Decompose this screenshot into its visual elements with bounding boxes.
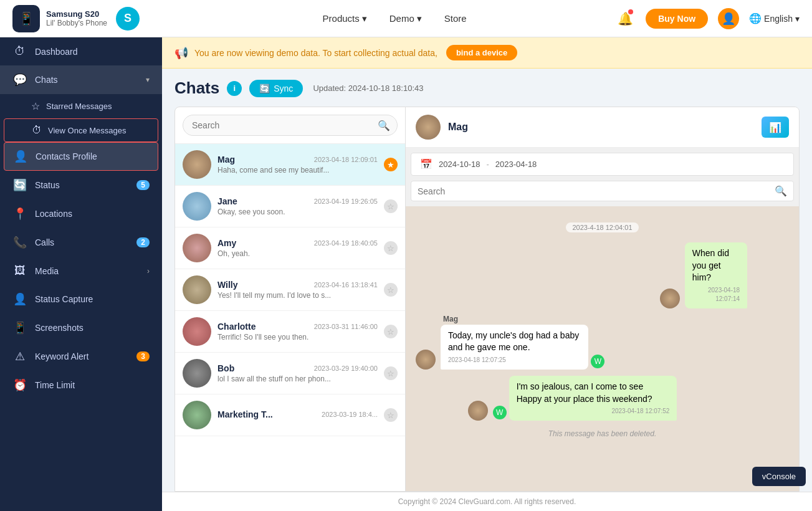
chat-star-charlotte: ☆ [384,325,398,338]
chat-name-marketing: Marketing T... [217,409,273,419]
sidebar-item-viewonce[interactable]: ⏱ View Once Messages [4,118,158,142]
chat-star-marketing: ☆ [384,408,398,422]
sidebar-label-contacts: Contacts Profile [36,151,149,161]
chat-search-input[interactable] [183,115,398,136]
msg-bubble-wrapper-sent-2: I'm so jealous, can I come to see Happy … [509,376,789,421]
messages-container[interactable]: 2023-4-18 12:04:01 When did you get him?… [406,206,799,491]
msg-bubble-received-1: Today, my uncle's dog had a baby and he … [441,325,588,370]
chat-time-charlotte: 2023-03-31 11:46:00 [314,323,378,330]
contacts-icon: 👤 [13,150,28,163]
nav-demo-chevron: ▾ [417,13,422,24]
vconsole-button[interactable]: vConsole [752,467,806,486]
locations-icon: 📍 [12,207,27,221]
chat-name-row-bob: Bob 2023-03-29 19:40:00 [217,363,378,373]
date-to: 2023-04-18 [495,160,537,169]
chat-name-row-willy: Willy 2023-04-16 13:18:41 [217,280,378,290]
chat-name-row-amy: Amy 2023-04-19 18:40:05 [217,238,378,248]
chat-info-charlotte: Charlotte 2023-03-31 11:46:00 Terrific! … [217,322,378,341]
notification-bell[interactable]: 🔔 [614,8,636,29]
sidebar-label-keyword-alert: Keyword Alert [35,351,129,361]
buy-now-button[interactable]: Buy Now [646,9,708,29]
nav-products[interactable]: Products ▾ [323,13,367,24]
footer-text: Copyright © 2024 ClevGuard.com. All righ… [398,497,576,506]
sidebar-item-screenshots[interactable]: 📱 Screenshots [0,313,162,342]
sync-button[interactable]: 🔄 Sync [249,80,303,97]
msg-date-label: 2023-4-18 12:04:01 [566,222,638,232]
chat-item-bob[interactable]: Bob 2023-03-29 19:40:00 lol I saw all th… [175,353,405,394]
brand-icon: 📱 [12,5,40,32]
lang-label: English [764,14,793,24]
nav-demo[interactable]: Demo ▾ [389,13,422,24]
msg-text-sent-1: When did you get him? [692,248,729,282]
chat-name-willy: Willy [217,280,238,290]
nav-store-label: Store [444,13,467,24]
brand-device: Samsung S20 [46,9,107,19]
starred-icon: ☆ [31,100,40,112]
updated-text: Updated: 2024-10-18 18:10:43 [313,84,423,93]
sidebar-label-calls: Calls [35,237,129,247]
received-sender-1: Mag [441,315,687,323]
chat-item-marketing[interactable]: Marketing T... 2023-03-19 18:4... ☆ [175,394,405,436]
chat-star-willy: ☆ [384,283,398,297]
sidebar-label-chats: Chats [35,75,138,85]
chat-item-jane[interactable]: Jane 2023-04-19 19:26:05 Okay, see you s… [175,186,405,227]
sidebar-item-chats[interactable]: 💬 Chats ▾ [0,65,162,94]
sidebar-item-locations[interactable]: 📍 Locations [0,199,162,228]
status-badge: 5 [136,180,150,190]
sidebar-label-locations: Locations [35,209,150,219]
chat-avatar-willy [183,275,211,304]
chat-star-jane: ☆ [384,199,398,213]
sidebar-item-dashboard[interactable]: ⏱ Dashboard [0,37,162,65]
chat-name-jane: Jane [217,196,237,206]
footer: Copyright © 2024 ClevGuard.com. All righ… [162,492,812,511]
chat-name-mag: Mag [217,155,235,165]
msg-date-center: 2023-4-18 12:04:01 [416,217,789,237]
search-icon: 🔍 [378,120,390,131]
chat-preview-amy: Oh, yeah. [217,249,378,258]
chat-name-charlotte: Charlotte [217,322,256,332]
sidebar-item-calls[interactable]: 📞 Calls 2 [0,228,162,257]
chart-icon-button[interactable]: 📊 [762,117,789,138]
sidebar-item-status[interactable]: 🔄 Status 5 [0,171,162,199]
chat-preview-bob: lol I saw all the stuff on her phon... [217,375,378,383]
sidebar-item-status-capture[interactable]: 👤 Status Capture [0,285,162,313]
calendar-icon: 📅 [420,158,432,170]
info-icon[interactable]: i [227,81,242,96]
chats-panel: 🔍 Mag 2023-04-18 12:09:01 [174,107,800,492]
sidebar-item-contacts[interactable]: 👤 Contacts Profile [4,142,158,171]
sidebar-item-time-limit[interactable]: ⏰ Time Limit [0,371,162,399]
chat-item-willy[interactable]: Willy 2023-04-16 13:18:41 Yes! I'll tell… [175,269,405,311]
chat-item-charlotte[interactable]: Charlotte 2023-03-31 11:46:00 Terrific! … [175,311,405,353]
nav-brand-avatar[interactable]: S [116,7,140,31]
chat-item-mag[interactable]: Mag 2023-04-18 12:09:01 Haha, come and s… [175,144,405,186]
chat-item-amy[interactable]: Amy 2023-04-19 18:40:05 Oh, yeah. ☆ [175,227,405,269]
chats-chevron: ▾ [146,75,150,84]
chat-detail-header: Mag 📊 [406,107,799,148]
bind-device-button[interactable]: bind a device [446,45,517,60]
chat-time-amy: 2023-04-19 18:40:05 [314,239,378,247]
language-selector[interactable]: 🌐 English ▾ [749,12,800,24]
sidebar-item-starred[interactable]: ☆ Starred Messages [0,94,162,118]
nav-store[interactable]: Store [444,13,467,24]
sidebar-label-dashboard: Dashboard [35,47,150,57]
chat-name-row-mag: Mag 2023-04-18 12:09:01 [217,155,378,165]
sync-icon: 🔄 [259,84,270,93]
media-chevron: › [147,267,150,275]
chat-name-row-charlotte: Charlotte 2023-03-31 11:46:00 [217,322,378,332]
chat-avatar-amy [183,234,211,262]
chat-star-bob: ☆ [384,366,398,380]
sidebar-label-viewonce: View Once Messages [48,126,127,135]
chat-time-bob: 2023-03-29 19:40:00 [314,365,378,372]
chat-detail-avatar [416,115,441,140]
user-avatar[interactable]: 👤 [718,8,739,29]
sidebar-item-keyword-alert[interactable]: ⚠ Keyword Alert 3 [0,342,162,371]
chats-icon: 💬 [12,73,27,87]
msg-time-received-1: 2023-04-18 12:07:25 [448,356,581,365]
msg-text-sent-2: I'm so jealous, can I come to see Happy … [517,381,652,404]
sidebar-item-media[interactable]: 🖼 Media › [0,257,162,285]
chat-avatar-bob [183,359,211,388]
sidebar-label-media: Media [35,266,140,276]
message-row-received-1: Mag Today, my uncle's dog had a baby and… [416,315,789,370]
chat-detail-name: Mag [448,122,754,133]
message-search-input[interactable] [418,186,770,196]
